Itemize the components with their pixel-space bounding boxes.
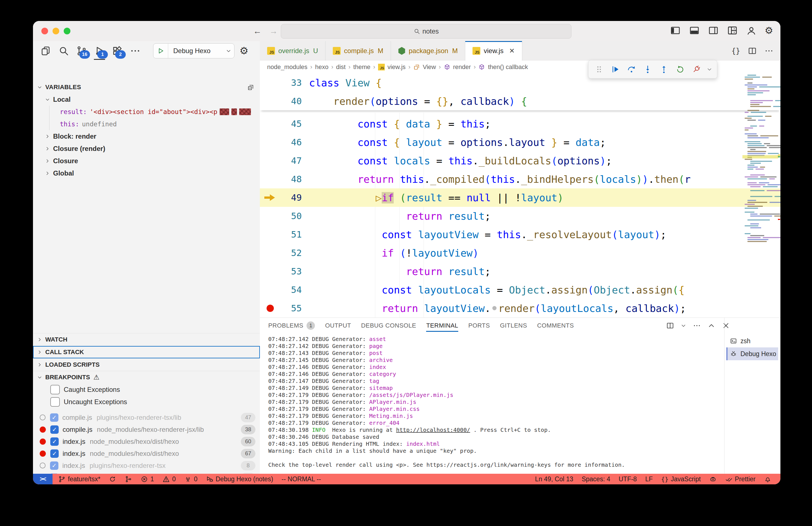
code-line-48[interactable]: 48 return this._compiled(this._bindHelpe… — [260, 170, 780, 188]
step-into-button[interactable] — [641, 62, 654, 76]
terminal-output[interactable]: 07:48:27.142 DEBUG Generator: asset07:48… — [268, 336, 697, 472]
gutter-glyph[interactable] — [260, 170, 280, 188]
gutter-glyph[interactable] — [260, 281, 280, 299]
activity-search-button[interactable] — [56, 43, 72, 59]
gear-icon[interactable]: ⚙ — [765, 25, 773, 36]
gutter-glyph[interactable] — [260, 299, 280, 317]
sidebar-section-breakpoints[interactable]: BREAKPOINTS⚠ — [33, 371, 260, 383]
zoom-window-button[interactable] — [64, 28, 70, 34]
exception-breakpoint-row[interactable]: Uncaught Exceptions — [33, 396, 260, 408]
panel-tab-debug-console[interactable]: DEBUG CONSOLE — [361, 318, 416, 333]
gutter-glyph[interactable] — [260, 262, 280, 281]
gutter-glyph[interactable] — [260, 244, 280, 262]
breadcrumb-item[interactable]: node_modules — [267, 63, 307, 71]
code-line-52[interactable]: 52 if (!layoutView) — [260, 244, 780, 262]
activity-source-control-button[interactable]: 16 — [74, 43, 89, 59]
panel-right-icon[interactable] — [708, 25, 719, 36]
error-count[interactable]: 1 — [141, 475, 154, 483]
start-debug-icon[interactable] — [154, 44, 168, 58]
code-line-54[interactable]: 54 const layoutLocals = Object.assign(Ob… — [260, 281, 780, 299]
checkbox-checked[interactable]: ✓ — [50, 450, 59, 458]
breadcrumb-item[interactable]: view.js — [388, 63, 406, 71]
breakpoint-row[interactable]: ✓compile.jsplugins/hexo-renderer-tsx/lib… — [33, 411, 260, 423]
code-line-47[interactable]: 47 const locals = this._buildLocals(opti… — [260, 152, 780, 170]
gutter-glyph[interactable] — [260, 207, 280, 225]
ports-status[interactable]: 0 — [184, 475, 198, 483]
close-panel-icon[interactable] — [722, 322, 730, 330]
activity-extensions-button[interactable]: 2 — [110, 43, 125, 59]
breadcrumb-item[interactable]: theme — [353, 63, 370, 71]
checkbox-checked[interactable]: ✓ — [50, 425, 59, 434]
launch-profile-icon[interactable] — [680, 323, 686, 329]
more-icon[interactable] — [764, 46, 774, 56]
panel-bottom-icon[interactable] — [689, 25, 700, 36]
forward-button[interactable]: → — [270, 26, 278, 36]
terminal-item-debug-hexo[interactable]: Debug Hexo — [726, 347, 778, 360]
variables-header[interactable]: VARIABLES — [33, 81, 260, 93]
warning-count[interactable]: 0 — [162, 475, 176, 483]
close-window-button[interactable] — [41, 28, 48, 34]
cursor-position[interactable]: Ln 49, Col 13 — [535, 475, 574, 483]
source-control-graph[interactable] — [125, 475, 132, 483]
configure-gear-icon[interactable]: ⚙ — [240, 45, 248, 57]
command-center-search[interactable]: notes — [281, 24, 571, 39]
notifications[interactable] — [764, 475, 771, 483]
scope-local[interactable]: Local — [33, 93, 260, 106]
gutter-glyph[interactable] — [260, 115, 280, 133]
breakpoint-icon[interactable] — [266, 305, 274, 312]
back-button[interactable]: ← — [253, 26, 262, 36]
scope-global[interactable]: Global — [33, 167, 260, 180]
code-line-45[interactable]: 45 const { data } = this; — [260, 115, 780, 133]
code-line-51[interactable]: 51 const layoutView = this._resolveLayou… — [260, 225, 780, 244]
breadcrumb-item[interactable]: render — [453, 63, 471, 71]
panel-tab-output[interactable]: OUTPUT — [325, 318, 351, 333]
code-line-40[interactable]: 40 render(options = {}, callback) { — [260, 92, 780, 110]
panel-tab-ports[interactable]: PORTS — [468, 318, 490, 333]
gutter-glyph[interactable] — [260, 188, 280, 207]
code-line-46[interactable]: 46 const { layout = options.layout } = d… — [260, 133, 780, 152]
breakpoint-row[interactable]: ✓index.jsnode_modules/hexo/dist/hexo60 — [33, 436, 260, 447]
disconnect-button[interactable] — [690, 62, 703, 76]
activity-files-button[interactable] — [38, 43, 54, 59]
code-editor[interactable]: 45 const { data } = this;46 const { layo… — [260, 73, 780, 317]
tab-package-json[interactable]: package.jsonM — [391, 41, 465, 61]
code-line-50[interactable]: 50 return result; — [260, 207, 780, 225]
checkbox-unchecked[interactable] — [50, 397, 60, 407]
breakpoint-row[interactable]: ✓compile.jsnode_modules/hexo-renderer-js… — [33, 423, 260, 436]
sidebar-section-watch[interactable]: WATCH — [33, 333, 260, 346]
gutter-glyph[interactable] — [260, 152, 280, 170]
breadcrumb-item[interactable]: dist — [336, 63, 346, 71]
code-line-55[interactable]: 55 return layoutView.render(layoutLocals… — [260, 299, 780, 317]
gutter-glyph[interactable] — [260, 73, 280, 92]
step-out-button[interactable] — [657, 62, 671, 76]
gutter-glyph[interactable] — [260, 133, 280, 152]
scope-closure-render-[interactable]: Closure (render) — [33, 143, 260, 155]
panel-tab-terminal[interactable]: TERMINAL — [426, 318, 458, 333]
continue-button[interactable] — [609, 62, 622, 76]
encoding[interactable]: UTF-8 — [619, 475, 637, 483]
exception-breakpoint-row[interactable]: Caught Exceptions — [33, 383, 260, 396]
code-line-49[interactable]: 49 ▷if (result == null || !layout) — [260, 188, 780, 207]
branch-status[interactable]: feature/tsx* — [58, 475, 100, 483]
close-icon[interactable]: ✕ — [509, 47, 515, 55]
panel-tab-comments[interactable]: COMMENTS — [537, 318, 574, 333]
breakpoint-row[interactable]: ✓index.jsnode_modules/hexo/dist/hexo67 — [33, 447, 260, 459]
panel-tab-gitlens[interactable]: GITLENS — [500, 318, 527, 333]
activity-more-button[interactable] — [127, 43, 143, 59]
terminal-item-zsh[interactable]: zsh — [726, 335, 778, 347]
panel-more-actions-icon[interactable] — [693, 322, 701, 330]
breadcrumb-item[interactable]: then() callback — [488, 63, 528, 71]
panel-tab-problems[interactable]: PROBLEMS1 — [268, 318, 315, 333]
tab-override-js[interactable]: JSoverride.jsU — [260, 41, 325, 61]
launch-config-dropdown[interactable]: Debug Hexo — [153, 43, 234, 58]
breakpoint-row[interactable]: ✓index.jsplugins/hexo-renderer-tsx8 — [33, 459, 260, 471]
maximize-panel-icon[interactable] — [707, 322, 715, 330]
variable-row[interactable]: result:'<div><section id="about"><div><p — [33, 106, 260, 118]
sidebar-section-call-stack[interactable]: CALL STACK — [33, 346, 260, 358]
account-icon[interactable] — [746, 25, 757, 36]
tab-compile-js[interactable]: JScompile.jsM — [325, 41, 391, 61]
eol[interactable]: LF — [645, 475, 653, 483]
minimize-window-button[interactable] — [53, 28, 59, 34]
sync-status[interactable] — [109, 475, 116, 483]
split-terminal-icon[interactable] — [666, 322, 674, 330]
